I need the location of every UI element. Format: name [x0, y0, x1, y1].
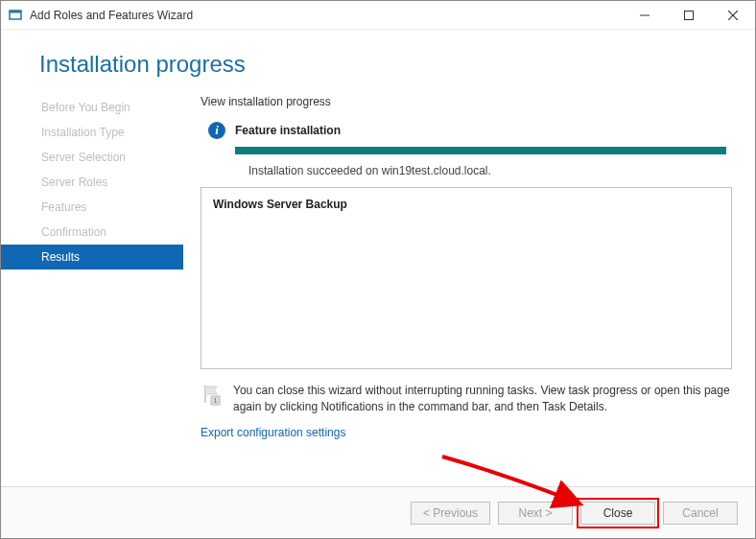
close-window-button[interactable] [711, 1, 755, 29]
info-icon: i [208, 122, 225, 139]
titlebar: Add Roles and Features Wizard [1, 1, 755, 30]
maximize-button[interactable] [667, 1, 711, 29]
footer-buttons: < Previous Next > Close Cancel [1, 486, 755, 538]
wizard-steps-sidebar: Before You Begin Installation Type Serve… [1, 87, 183, 486]
sidebar-item-features: Features [1, 195, 183, 220]
window-controls [623, 1, 755, 29]
sidebar-item-before-you-begin: Before You Begin [1, 95, 183, 120]
export-configuration-link[interactable]: Export configuration settings [201, 426, 732, 439]
svg-text:1: 1 [213, 396, 218, 405]
svg-rect-1 [10, 11, 21, 13]
panel-subheading: View installation progress [201, 95, 732, 108]
result-item: Windows Server Backup [213, 198, 347, 211]
wizard-window: Add Roles and Features Wizard Installati… [0, 0, 756, 539]
svg-rect-3 [685, 11, 694, 19]
minimize-button[interactable] [623, 1, 667, 29]
previous-button: < Previous [411, 502, 490, 525]
sidebar-item-server-roles: Server Roles [1, 170, 183, 195]
progress-bar [235, 147, 726, 154]
sidebar-item-server-selection: Server Selection [1, 145, 183, 170]
sidebar-item-installation-type: Installation Type [1, 120, 183, 145]
note-row: 1 You can close this wizard without inte… [201, 383, 732, 416]
results-box: Windows Server Backup [201, 187, 732, 369]
sidebar-item-results: Results [1, 245, 183, 270]
app-icon [9, 8, 24, 23]
window-title: Add Roles and Features Wizard [30, 9, 623, 22]
status-row: i Feature installation [208, 122, 732, 139]
main-panel: View installation progress i Feature ins… [183, 87, 755, 486]
note-text: You can close this wizard without interr… [233, 383, 732, 416]
flag-icon: 1 [201, 383, 224, 406]
cancel-button: Cancel [663, 502, 738, 525]
status-title: Feature installation [235, 124, 341, 137]
content-area: Installation progress Before You Begin I… [1, 30, 755, 538]
close-button[interactable]: Close [580, 502, 655, 525]
page-title: Installation progress [39, 51, 246, 78]
page-header: Installation progress [1, 30, 755, 87]
sidebar-item-confirmation: Confirmation [1, 220, 183, 245]
status-message: Installation succeeded on win19test.clou… [248, 164, 732, 177]
main-row: Before You Begin Installation Type Serve… [1, 87, 755, 486]
next-button: Next > [498, 502, 573, 525]
